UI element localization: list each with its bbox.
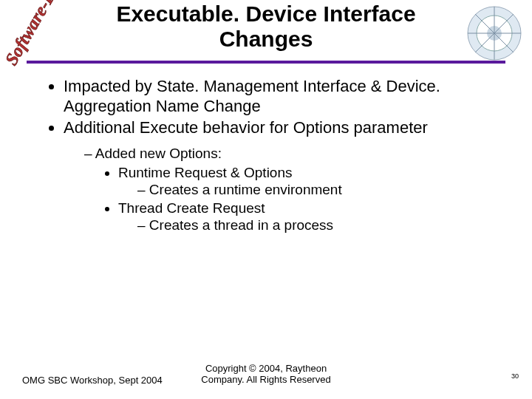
sub-bullet-1: Added new Options: Runtime Request & Opt… [84, 145, 502, 233]
bullet-1: Impacted by State. Management Interface … [64, 77, 502, 117]
slide-body: Impacted by State. Management Interface … [44, 77, 502, 235]
sub3-a: Creates a runtime environment [137, 181, 502, 198]
title-line2: Changes [219, 27, 313, 51]
page-number: 30 [511, 372, 519, 380]
footer-center: Copyright © 2004, Raytheon Company. All … [0, 363, 532, 386]
sub2-a-text: Runtime Request & Options [118, 165, 293, 180]
sub-bullet-1-text: Added new Options: [95, 146, 222, 161]
sub3-b: Creates a thread in a process [137, 216, 502, 233]
title-line1: Executable. Device Interface [116, 1, 415, 26]
slide-header: Executable. Device Interface Changes [0, 1, 532, 51]
bullet-2: Additional Execute behavior for Options … [64, 118, 502, 234]
bullet-2-text: Additional Execute behavior for Options … [64, 118, 428, 137]
sub2-b: Thread Create Request Creates a thread i… [118, 200, 502, 233]
footer-center-l1: Copyright © 2004, Raytheon [205, 363, 327, 374]
title-underline [27, 61, 505, 64]
slide-title: Executable. Device Interface Changes [81, 1, 451, 51]
footer-center-l2: Company. All Rights Reserved [201, 374, 330, 385]
sub2-a: Runtime Request & Options Creates a runt… [118, 164, 502, 198]
sub2-b-text: Thread Create Request [118, 200, 265, 216]
